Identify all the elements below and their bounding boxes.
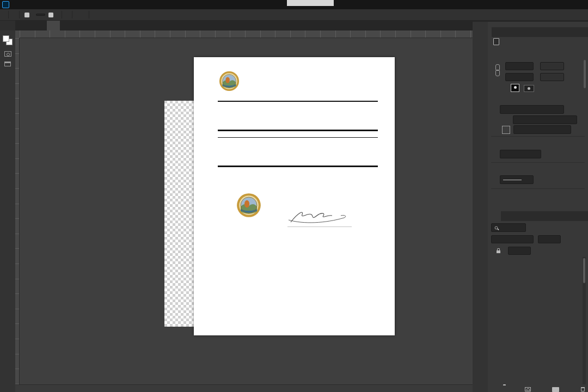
ruler-corner [15,30,20,38]
orientation-row [511,84,534,92]
width-row [502,62,564,70]
divider [218,166,378,167]
photoshop-logo [2,1,9,8]
document-tab[interactable] [47,21,60,30]
document-icon [493,38,499,45]
fill-dropdown[interactable] [513,125,571,134]
fill-row [499,125,571,134]
signature-line [287,226,352,227]
mode-dropdown[interactable] [500,105,564,114]
quick-mask-button[interactable] [4,51,11,57]
layers-footer [503,385,585,392]
divider [218,137,378,138]
foreground-color-swatch[interactable] [3,35,9,42]
active-tool-icon[interactable] [14,11,14,19]
vertical-ruler[interactable] [15,38,20,384]
separator [89,11,89,19]
auto-select-checkbox[interactable] [24,13,29,17]
landscape-orientation-button[interactable] [524,85,534,92]
mode-row [495,105,564,114]
panel-menu-icon[interactable] [583,27,588,37]
properties-scrollbar[interactable] [584,60,586,88]
blend-mode-dropdown[interactable] [491,235,534,243]
layer-fill-field[interactable] [508,247,531,255]
x-field [540,62,564,70]
divider [491,136,585,137]
layer-list [488,256,588,385]
tools-panel [0,30,15,392]
canvas-area[interactable] [20,38,473,384]
depth-row [513,115,577,124]
panels-dock [488,22,588,392]
document-page [194,57,395,335]
kind-filter-dropdown[interactable] [491,223,526,232]
trash-glyph [581,387,585,391]
separator [19,11,20,19]
transparent-layer-region [164,101,194,327]
separator [8,11,9,19]
layer-filter-row [491,223,585,232]
divider [491,188,585,189]
layers-tab-bar [488,211,588,221]
link-dimensions-icon[interactable] [495,63,500,79]
delete-layer-icon[interactable] [581,387,585,391]
status-bar [0,384,473,392]
separator [62,11,62,19]
california-state-seal [219,71,240,91]
separator [72,11,72,19]
properties-document-row [493,38,504,45]
divider [218,101,378,102]
rulers-grids-row [494,150,541,158]
units-dropdown[interactable] [500,150,541,158]
guides-row [494,175,534,184]
mask-glyph [525,387,531,391]
color-swatches[interactable] [3,35,13,46]
width-field[interactable] [505,62,534,70]
portrait-orientation-button[interactable] [511,84,519,92]
divider [491,162,585,163]
horizontal-ruler[interactable] [20,30,473,38]
layers-menu-icon[interactable] [583,211,588,221]
blend-mode-row [491,235,585,243]
auto-select-target-dropdown[interactable] [36,14,45,16]
show-transform-checkbox[interactable] [48,13,53,17]
folder-glyph [552,387,559,392]
guide-style-dropdown[interactable] [500,175,534,184]
line-style-sample [503,180,522,180]
redacted-region [287,0,334,6]
panel-tab-bar [488,27,588,37]
tab-properties[interactable] [488,27,492,37]
divider [218,130,378,131]
layer-mask-icon[interactable] [525,387,531,391]
lock-row [491,247,585,255]
height-row [502,73,564,81]
fill-swatch[interactable] [502,126,510,134]
lock-all-icon[interactable] [497,250,500,253]
layers-scrollbar-thumb[interactable] [583,258,585,283]
options-bar [0,9,588,21]
bit-depth-dropdown[interactable] [513,115,577,124]
new-group-icon[interactable] [552,387,559,392]
screen-mode-button[interactable] [4,62,11,66]
signature [287,209,350,226]
california-state-seal [236,193,261,218]
collapsed-panels-strip [473,22,488,392]
tab-layers[interactable] [488,211,501,221]
y-field [540,73,564,81]
height-field[interactable] [505,73,534,81]
opacity-field[interactable] [538,235,561,243]
search-icon [495,226,498,229]
collapse-tools-icon[interactable] [0,21,15,30]
photoshop-window [0,0,588,392]
